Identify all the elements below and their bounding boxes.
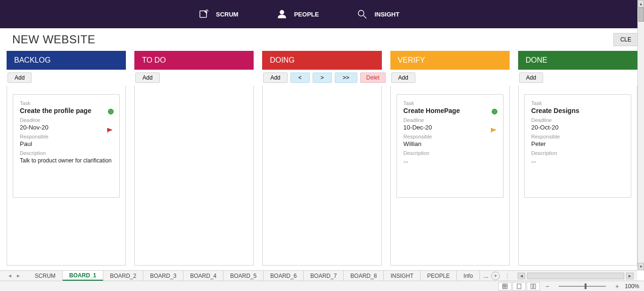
sheet-tab-board_6[interactable]: BOARD_6 [264,271,304,281]
sheet-tab-insight[interactable]: INSIGHT [384,271,421,281]
column-todo: TO DO Add [134,51,254,266]
sheet-tab-board_4[interactable]: BOARD_4 [183,271,223,281]
column-doing: DOING Add < > >> Delet [262,51,381,266]
sheet-nav-next-icon[interactable]: ► [16,273,21,278]
sheet-tab-people[interactable]: PEOPLE [421,271,457,281]
person-icon [276,8,288,20]
column-body-backlog: Task Create the profile page Deadline 20… [7,86,126,266]
scroll-left-icon[interactable]: ◄ [518,273,525,279]
card-description-label: Description [531,150,624,156]
nav-insight[interactable]: INSIGHT [356,8,399,20]
add-button-todo[interactable]: Add [135,73,159,83]
nav-scrum[interactable]: SCRUM [198,8,239,20]
nav-scrum-label: SCRUM [216,11,239,18]
sheet-tabs: SCRUMBOARD_1BOARD_2BOARD_3BOARD_4BOARD_5… [28,271,480,281]
card-description: Talk to product owner for clarification [20,157,113,165]
scroll-right-icon[interactable]: ► [626,273,634,279]
sheet-tab-board_2[interactable]: BOARD_2 [103,271,143,281]
card-deadline: 20-Oct-20 [531,124,624,131]
card-description-label: Description [20,150,113,156]
svg-rect-10 [534,284,536,289]
card-backlog[interactable]: Task Create the profile page Deadline 20… [13,94,120,198]
scroll-track[interactable] [527,273,624,279]
column-toolbar-todo: Add [134,70,254,86]
nav-people-label: PEOPLE [294,11,319,18]
sheet-nav-first-icon[interactable]: ◄ [8,273,12,278]
view-page-layout-button[interactable] [512,282,526,291]
zoom-slider[interactable] [559,286,606,287]
page-title: NEW WEBSITE [12,33,95,46]
card-task-label: Task [531,100,624,106]
last-button[interactable]: >> [335,73,357,83]
column-backlog: BACKLOG Add Task Create the profile page… [7,51,126,266]
sheet-tab-board_8[interactable]: BOARD_8 [344,271,384,281]
horizontal-scrollbar[interactable]: ◄ ► [514,273,637,279]
add-button-doing[interactable]: Add [263,73,287,83]
svg-rect-3 [503,284,507,289]
card-verify[interactable]: Task Create HomePage Deadline 10-Dec-20 … [396,94,504,198]
card-title: Create Designs [531,107,624,114]
kanban-board: BACKLOG Add Task Create the profile page… [0,49,644,266]
view-buttons [498,282,540,291]
card-deadline: 20-Nov-20 [20,124,113,131]
column-header-backlog: BACKLOG [7,51,126,70]
column-toolbar-verify: Add [390,70,510,86]
add-sheet-button[interactable]: + [491,272,500,280]
column-toolbar-done: Add [518,70,637,86]
add-button-done[interactable]: Add [519,73,543,83]
column-body-todo [134,86,254,266]
card-deadline-label: Deadline [404,117,496,123]
clear-button[interactable]: CLE [613,33,638,46]
status-dot-icon [492,109,497,114]
card-deadline: 10-Dec-20 [404,124,496,131]
card-done[interactable]: Task Create Designs Deadline 20-Oct-20 R… [524,94,631,198]
add-button-verify[interactable]: Add [391,73,415,83]
column-toolbar-backlog: Add [7,70,126,86]
svg-rect-9 [531,284,533,289]
zoom-in-button[interactable]: + [613,283,621,290]
nav-people[interactable]: PEOPLE [276,8,319,20]
card-task-label: Task [20,100,113,106]
status-dot-icon [108,109,114,114]
view-normal-button[interactable] [498,282,512,291]
sheet-more-label[interactable]: ... [484,273,488,279]
column-header-done: DONE [518,51,637,70]
column-header-doing: DOING [262,51,381,70]
delete-button[interactable]: Delet [360,73,386,83]
column-done: DONE Add Task Create Designs Deadline 20… [518,51,637,266]
scroll-down-icon[interactable]: ▼ [638,263,644,270]
zoom-level[interactable]: 100% [625,283,639,290]
sheet-nav: ◄ ► [0,273,28,278]
vertical-scrollbar[interactable]: ▲ ▼ [637,0,644,270]
scroll-thumb[interactable] [638,8,644,22]
sheet-tab-scrum[interactable]: SCRUM [28,271,63,281]
svg-point-2 [358,10,364,16]
next-button[interactable]: > [313,73,332,83]
pin-board-icon [198,8,209,20]
card-task-label: Task [404,100,496,106]
status-bar: − + 100% [0,281,644,291]
card-description: ... [531,157,624,165]
scroll-up-icon[interactable]: ▲ [638,0,644,8]
card-responsible: Willian [404,140,496,147]
column-toolbar-doing: Add < > >> Delet [262,70,381,86]
sheet-tab-board_3[interactable]: BOARD_3 [143,271,183,281]
column-body-done: Task Create Designs Deadline 20-Oct-20 R… [518,86,637,266]
column-header-verify: VERIFY [390,51,510,70]
card-responsible: Peter [531,140,624,147]
prev-button[interactable]: < [290,73,310,83]
svg-rect-8 [517,284,521,289]
zoom-out-button[interactable]: − [544,283,551,290]
sheet-tab-board_1[interactable]: BOARD_1 [63,271,103,281]
column-body-verify: Task Create HomePage Deadline 10-Dec-20 … [390,86,510,266]
card-responsible-label: Responsible [20,134,113,139]
card-title: Create the profile page [20,107,113,114]
column-body-doing [262,86,381,266]
sheet-tab-board_7[interactable]: BOARD_7 [304,271,344,281]
view-page-break-button[interactable] [527,282,540,291]
sheet-bar: ◄ ► SCRUMBOARD_1BOARD_2BOARD_3BOARD_4BOA… [0,270,637,281]
add-button-backlog[interactable]: Add [8,73,32,83]
sheet-tab-info[interactable]: Info [457,271,480,281]
flag-icon [491,128,497,134]
sheet-tab-board_5[interactable]: BOARD_5 [223,271,264,281]
